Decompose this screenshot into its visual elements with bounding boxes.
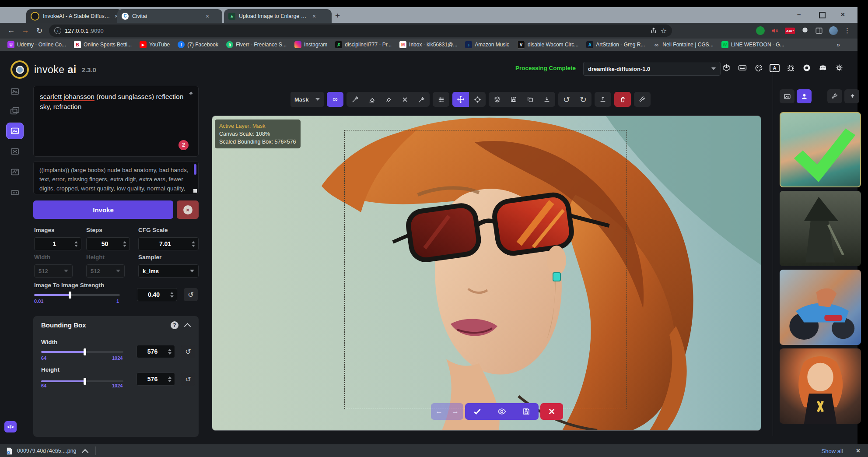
color-picker-button[interactable] [413,92,430,107]
stepper-up[interactable] [74,241,78,243]
bookmark-item[interactable]: AArtStation - Greg R... [583,40,648,49]
bookmark-item[interactable]: Vdisable Wacom Circ... [514,39,581,50]
scrollbar-thumb[interactable] [194,164,196,175]
merge-layers-button[interactable] [489,92,505,107]
close-shelf-icon[interactable]: × [856,447,860,455]
canvas-bounding-box[interactable] [344,130,627,409]
slider-thumb[interactable] [84,348,86,355]
download-image-button[interactable] [539,92,555,107]
gallery-thumbnail[interactable] [780,191,861,266]
forward-icon[interactable]: → [18,26,32,35]
side-panel-icon[interactable] [815,27,823,35]
gallery-images-tab[interactable] [780,89,794,103]
help-icon[interactable]: ? [171,321,178,329]
width-select[interactable]: 512 [34,264,73,278]
tab-postprocessing[interactable] [6,164,24,180]
tab-image-to-image[interactable] [6,103,24,120]
bookmark-item[interactable]: ∞Neil Fontaine | CGS... [650,40,717,49]
bookmark-item[interactable]: ✗disciplineil777 - Pr... [332,40,395,49]
show-all-downloads-link[interactable]: Show all [822,448,843,454]
stepper-down[interactable] [123,245,126,247]
tab-training[interactable] [6,184,24,201]
layer-select[interactable]: Mask [290,92,324,107]
adblock-extension-icon[interactable]: ABP [785,28,795,34]
bookmark-item[interactable]: WLINE WEBTOON - G... [718,40,788,49]
fill-erase-tool-button[interactable] [380,92,396,107]
next-image-button[interactable]: → [452,407,459,416]
bookmark-item[interactable]: MInbox - klk56831@... [396,40,460,49]
bookmark-item[interactable]: ♪Amazon Music [462,40,512,49]
gallery-thumbnail[interactable] [780,270,861,345]
minimize-button[interactable]: – [797,11,801,18]
brush-tool-button[interactable] [346,92,363,107]
bb-width-slider[interactable] [41,351,123,353]
discord-icon[interactable] [818,63,828,73]
gallery-user-tab[interactable] [797,89,812,103]
back-icon[interactable]: ← [4,26,18,35]
gallery-thumbnail[interactable] [780,348,861,424]
bb-height-input[interactable]: 576 [136,373,175,386]
bookmark-item[interactable]: BOnline Sports Betti... [71,40,135,49]
clear-mask-button[interactable] [396,92,413,107]
undo-button[interactable]: ↺ [558,92,575,107]
canvas-viewport[interactable]: Active Layer: Mask Canvas Scale: 108% Sc… [212,116,761,431]
show-hide-staging-button[interactable] [490,407,514,416]
upload-image-button[interactable] [595,92,611,107]
bb-height-slider[interactable] [41,380,123,382]
slider-thumb[interactable] [84,378,86,385]
gallery-pin-button[interactable] [844,89,859,103]
report-bug-icon[interactable] [785,63,796,73]
canvas-settings-wrench-button[interactable] [634,92,651,107]
stepper-down[interactable] [168,380,172,382]
bookmark-item[interactable]: Instagram [291,40,330,49]
share-icon[interactable] [650,27,657,34]
bookmark-star-icon[interactable]: ☆ [661,27,667,35]
hotkeys-keyboard-icon[interactable] [737,63,748,73]
gallery-thumbnail-selected[interactable] [780,112,861,187]
download-filename[interactable]: 000979.40d74eb5....png [17,448,77,454]
mute-tab-extension-icon[interactable] [771,27,779,35]
stepper-down[interactable] [74,245,78,247]
previous-image-button[interactable]: ← [435,407,443,416]
stepper-up[interactable] [192,241,195,243]
collapse-chevron-icon[interactable] [184,323,191,330]
pin-icon[interactable] [187,91,194,97]
slider-thumb[interactable] [69,292,71,299]
cancel-button[interactable]: × [177,200,199,219]
accept-staging-button[interactable] [465,407,490,416]
reset-view-button[interactable] [469,92,486,107]
tab-close-icon[interactable]: × [206,13,209,20]
stepper-down[interactable] [192,245,195,247]
bb-width-input[interactable]: 576 [136,345,175,358]
bookmarks-overflow-icon[interactable]: » [836,41,840,48]
tab-invokeai[interactable]: InvokeAI - A Stable Diffusion Too × [26,9,122,23]
console-toggle-button[interactable]: </> [4,421,17,432]
eraser-tool-button[interactable] [363,92,380,107]
save-staging-button[interactable] [514,408,539,415]
bookmark-item[interactable]: fiFiverr - Freelance S... [223,40,290,49]
bookmark-item[interactable]: ▶YouTube [136,40,173,49]
stepper-up[interactable] [170,292,174,294]
prompt-input[interactable]: scarlett johansson (round sunglasses) re… [33,86,199,157]
stepper-up[interactable] [168,376,172,379]
tab-unified-canvas[interactable] [6,123,24,139]
tab-upload-image[interactable]: ▲ Upload Image to Enlarge & Enha × [224,9,332,23]
settings-gear-icon[interactable] [834,63,844,73]
brush-options-button[interactable] [433,92,449,107]
bb-width-reset-button[interactable]: ↺ [181,345,195,358]
sampler-select[interactable]: k_lms [138,264,199,278]
gallery-settings-wrench-button[interactable] [827,89,842,103]
stepper-down[interactable] [168,352,172,355]
github-icon[interactable] [802,63,812,73]
tab-close-icon[interactable]: × [312,13,316,20]
tab-civitai[interactable]: C Civitai × [117,9,222,23]
move-tool-button[interactable] [452,92,469,107]
bb-height-reset-button[interactable]: ↺ [181,373,195,386]
redo-button[interactable]: ↻ [575,92,592,107]
stepper-up[interactable] [123,241,126,243]
bookmark-item[interactable]: f(7) Facebook [175,40,221,49]
close-window-button[interactable]: × [841,11,845,18]
reload-icon[interactable]: ↻ [32,26,46,35]
maximize-button[interactable] [819,12,826,18]
model-select[interactable]: dreamlike-diffusion-1.0 [583,62,721,76]
